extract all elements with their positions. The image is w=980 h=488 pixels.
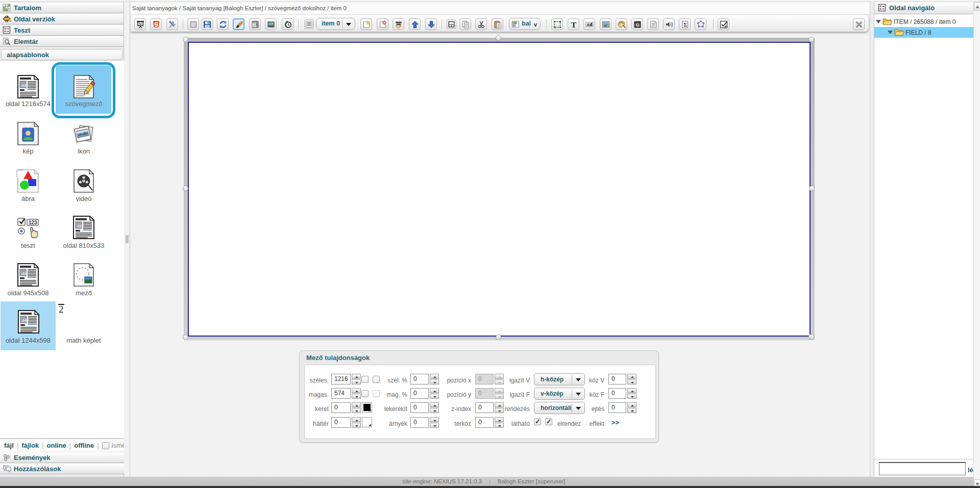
svg-text:Σ: Σ <box>683 21 687 28</box>
svg-text:?: ? <box>5 466 7 469</box>
svg-text:G: G <box>636 22 640 28</box>
svg-text:T: T <box>571 21 576 29</box>
svg-text:123: 123 <box>29 220 37 225</box>
